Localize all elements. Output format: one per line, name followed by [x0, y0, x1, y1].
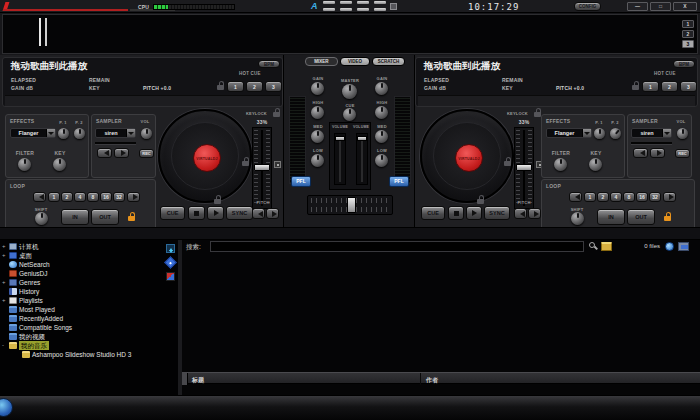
- high-knob-left[interactable]: [311, 106, 324, 119]
- jog-lock-icon[interactable]: [214, 199, 221, 204]
- volume-fader-right[interactable]: [356, 133, 368, 185]
- jog-center[interactable]: VIRTUALDJ: [455, 144, 483, 172]
- pitch-slider-handle[interactable]: [516, 164, 532, 171]
- effect-p1-knob[interactable]: [58, 128, 69, 139]
- volume-fader-left[interactable]: [334, 133, 346, 185]
- tree-item-genres[interactable]: +Genres: [0, 278, 176, 287]
- chevron-down-icon[interactable]: [582, 129, 591, 137]
- loop-1-button[interactable]: 1: [48, 192, 60, 202]
- low-knob-left[interactable]: [311, 154, 324, 167]
- sample-select[interactable]: siren: [95, 128, 136, 138]
- key-knob[interactable]: [589, 158, 602, 171]
- keylock-lock-icon[interactable]: [273, 112, 280, 117]
- config-button[interactable]: CONFIG: [574, 2, 601, 11]
- effect-select[interactable]: Flanger: [546, 128, 592, 138]
- sample-prev-button[interactable]: [633, 148, 648, 158]
- sampler-vol-knob[interactable]: [677, 128, 688, 139]
- hot-cue-button-1[interactable]: 1: [642, 81, 659, 92]
- network-computer-icon[interactable]: [678, 242, 689, 251]
- keylock-lock-icon[interactable]: [534, 112, 541, 117]
- hot-cue-button-2[interactable]: 2: [661, 81, 678, 92]
- column-header-title[interactable]: 标题: [192, 376, 204, 385]
- chevron-down-icon[interactable]: [46, 129, 55, 137]
- open-folder-icon[interactable]: [601, 242, 612, 251]
- panel-toggle-button-2[interactable]: [339, 1, 353, 11]
- low-knob-right[interactable]: [375, 154, 388, 167]
- loop-16-button[interactable]: 16: [636, 192, 648, 202]
- crossfader-handle[interactable]: [347, 197, 356, 213]
- effect-p1-knob[interactable]: [594, 128, 605, 139]
- effect-p2-knob[interactable]: [610, 128, 621, 139]
- waveform-deck-button-1[interactable]: 1: [682, 20, 694, 28]
- play-button[interactable]: [207, 206, 224, 220]
- sample-next-button[interactable]: [114, 148, 129, 158]
- panel-toggle-button-3[interactable]: [356, 1, 370, 11]
- loop-double-button[interactable]: [127, 192, 140, 202]
- loop-half-button[interactable]: [569, 192, 582, 202]
- med-knob-right[interactable]: [375, 130, 388, 143]
- loop-8-button[interactable]: 8: [623, 192, 635, 202]
- loop-lock-icon[interactable]: [128, 216, 135, 221]
- hotcue-lock-icon[interactable]: [217, 85, 224, 90]
- bpm-button[interactable]: BPM: [258, 60, 280, 68]
- pitch-bend-plus-button[interactable]: [528, 208, 541, 219]
- sample-rec-button[interactable]: REC: [139, 149, 154, 158]
- sample-next-button[interactable]: [650, 148, 665, 158]
- pfl-button-left[interactable]: PFL: [291, 176, 311, 187]
- tab-scratch[interactable]: SCRATCH: [372, 57, 405, 66]
- filter-knob[interactable]: [554, 158, 567, 171]
- column-divider[interactable]: [420, 373, 421, 385]
- tab-video[interactable]: VIDEO: [340, 57, 370, 66]
- gain-knob-right[interactable]: [375, 82, 388, 95]
- cue-button[interactable]: CUE: [421, 206, 445, 220]
- bpm-button[interactable]: BPM: [673, 60, 695, 68]
- stutter-button[interactable]: [448, 206, 464, 220]
- column-corner-button[interactable]: [182, 373, 188, 385]
- sample-prev-button[interactable]: [97, 148, 112, 158]
- tree-item-ashampoo[interactable]: Ashampoo Slideshow Studio HD 3: [0, 350, 176, 359]
- pitch-bend-plus-button[interactable]: [266, 208, 279, 219]
- sort-arrows-icon[interactable]: [166, 244, 175, 253]
- pitch-lock-icon[interactable]: [504, 161, 511, 166]
- loop-out-button[interactable]: OUT: [91, 209, 119, 225]
- crossfader[interactable]: [307, 195, 393, 215]
- search-music-icon[interactable]: [589, 242, 598, 251]
- hot-cue-button-1[interactable]: 1: [227, 81, 244, 92]
- tree-item-my-music[interactable]: -我的音乐: [0, 341, 176, 350]
- tree-item-desktop[interactable]: +桌面: [0, 251, 176, 260]
- loop-32-button[interactable]: 32: [649, 192, 661, 202]
- jog-lock-icon[interactable]: [477, 199, 484, 204]
- high-knob-right[interactable]: [375, 106, 388, 119]
- key-knob[interactable]: [53, 158, 66, 171]
- sync-button[interactable]: SYNC: [484, 206, 510, 220]
- tree-item-recently-added[interactable]: RecentlyAdded: [0, 314, 176, 323]
- chevron-down-icon[interactable]: [126, 129, 135, 137]
- hot-cue-button-3[interactable]: 3: [265, 81, 282, 92]
- virtual-folder-icon[interactable]: [166, 272, 175, 281]
- cue-mix-knob[interactable]: [343, 108, 356, 121]
- effect-select[interactable]: Flanger: [10, 128, 56, 138]
- loop-32-button[interactable]: 32: [113, 192, 125, 202]
- loop-in-button[interactable]: IN: [597, 209, 625, 225]
- panel-toggle-button-4[interactable]: [373, 1, 387, 11]
- pfl-button-right[interactable]: PFL: [389, 176, 409, 187]
- grid-icon[interactable]: [390, 3, 397, 10]
- master-knob[interactable]: [342, 84, 357, 99]
- loop-16-button[interactable]: 16: [100, 192, 112, 202]
- pitch-slider[interactable]: [252, 127, 272, 209]
- play-button[interactable]: [466, 206, 482, 220]
- loop-8-button[interactable]: 8: [87, 192, 99, 202]
- volume-fader-right-handle[interactable]: [357, 136, 367, 141]
- loop-half-button[interactable]: [33, 192, 46, 202]
- sync-button[interactable]: SYNC: [226, 206, 253, 220]
- tree-item-computer[interactable]: +计算机: [0, 242, 176, 251]
- hot-cue-button-3[interactable]: 3: [680, 81, 697, 92]
- cue-button[interactable]: CUE: [160, 206, 185, 220]
- waveform-deck-button-2[interactable]: 2: [682, 30, 694, 38]
- loop-2-button[interactable]: 2: [61, 192, 73, 202]
- tree-item-most-played[interactable]: Most Played: [0, 305, 176, 314]
- tree-item-history[interactable]: History: [0, 287, 176, 296]
- maximize-button[interactable]: □: [650, 2, 671, 11]
- pitch-reset-button[interactable]: [274, 161, 281, 168]
- close-button[interactable]: X: [673, 2, 697, 11]
